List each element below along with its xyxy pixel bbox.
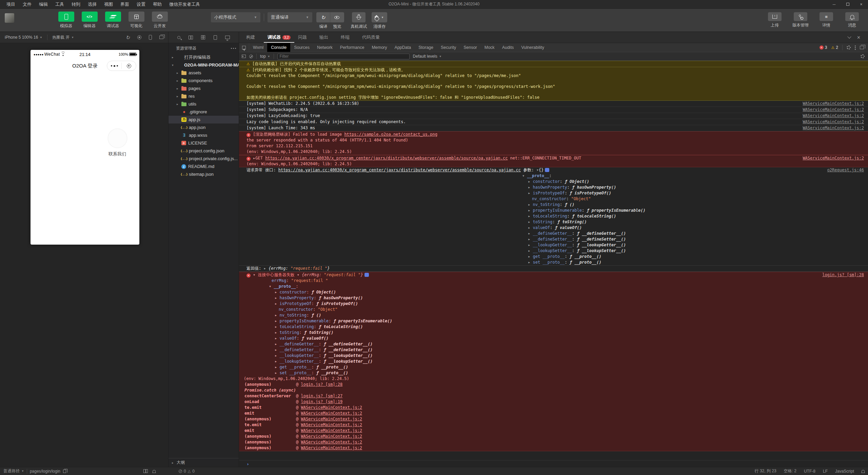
console-link[interactable]: https://sample.o2oa.net/contact_us.png <box>344 132 437 137</box>
devtools-tab[interactable]: Performance <box>336 43 368 52</box>
console-link[interactable]: WAServiceMainContext.js:2 <box>301 405 362 410</box>
expand-caret-icon[interactable]: ▸ <box>275 330 279 335</box>
tree-row[interactable]: ▸ pages <box>169 84 239 92</box>
outline-section[interactable]: ▸ 大纲 <box>169 458 239 467</box>
source-location-link[interactable]: WAServiceMainContext.js:2 <box>803 126 864 131</box>
split-editor-icon[interactable] <box>189 36 193 39</box>
console-settings-icon[interactable] <box>861 54 865 58</box>
devtools-tab[interactable]: Security <box>437 43 460 52</box>
menu-item[interactable]: 转到 <box>68 1 83 8</box>
expand-caret-icon[interactable]: ▸ <box>275 319 279 323</box>
menu-item[interactable]: 帮助 <box>150 1 165 8</box>
expand-caret-icon[interactable]: ▸ <box>528 214 533 218</box>
toolbar-action-button[interactable]: ↑ 上传 <box>764 12 785 28</box>
expand-caret-icon[interactable]: ▸ <box>275 324 279 329</box>
panel-tab[interactable]: 问题 <box>294 32 316 43</box>
source-location-link[interactable]: WAServiceMainContext.js:2 <box>803 119 864 125</box>
compile-button[interactable]: ↻ <box>316 12 330 22</box>
toolbar-action-button[interactable]: 版本管理 <box>790 12 811 28</box>
gear-icon[interactable] <box>847 45 851 50</box>
expand-caret-icon[interactable]: ▸ <box>528 208 533 213</box>
warning-count[interactable]: ⚠2 <box>831 45 838 50</box>
expand-caret-icon[interactable]: ▸ <box>528 231 533 236</box>
tree-row[interactable]: i README.md <box>169 163 239 170</box>
expand-caret-icon[interactable]: ▸ <box>528 243 533 247</box>
expand-caret-icon[interactable]: ▸ <box>528 185 533 190</box>
expand-caret-icon[interactable]: ▸ <box>528 191 533 195</box>
console-link[interactable]: login.js? [sm]:27 <box>301 394 342 398</box>
expand-caret-icon[interactable]: ▸ <box>275 365 279 369</box>
devtools-tab[interactable]: Wxml <box>249 43 267 52</box>
menu-item[interactable]: 选择 <box>85 1 100 8</box>
copy-path-icon[interactable] <box>63 470 66 473</box>
expand-caret-icon[interactable]: ▾ <box>522 173 527 178</box>
detach-window-icon[interactable] <box>159 36 163 39</box>
expand-caret-icon[interactable]: ▸ <box>275 290 279 294</box>
language-mode[interactable]: JavaScript <box>835 469 854 474</box>
source-location-link[interactable]: login.js? [sm]:28 <box>822 272 864 278</box>
devtools-tab[interactable]: Memory <box>368 43 391 52</box>
search-icon[interactable] <box>177 36 180 39</box>
screen-icon[interactable] <box>225 36 230 39</box>
menu-item[interactable]: 界面 <box>117 1 132 8</box>
expand-caret-icon[interactable]: ▸ <box>528 248 533 253</box>
encoding-setting[interactable]: UTF-8 <box>804 469 815 474</box>
stop-record-icon[interactable] <box>137 35 141 39</box>
expand-caret-icon[interactable]: ▾ <box>269 284 274 289</box>
close-button[interactable]: × <box>854 0 868 8</box>
console-link[interactable]: WAServiceMainContext.js:2 <box>301 445 362 450</box>
clear-console-icon[interactable] <box>249 55 253 58</box>
tree-row[interactable]: {..} project.config.json <box>169 147 239 155</box>
tree-row[interactable]: ▸ 打开的编辑器 <box>169 53 239 61</box>
indentation-setting[interactable]: 空格: 2 <box>784 468 796 474</box>
tree-row[interactable]: ▸ components <box>169 77 239 84</box>
expand-caret-icon[interactable]: ▸ <box>528 220 533 224</box>
menu-item[interactable]: 工具 <box>52 1 67 8</box>
toolbar-view-button[interactable]: 模拟器 <box>56 12 76 29</box>
tree-row[interactable]: JS app.js <box>169 116 239 124</box>
filter-input[interactable] <box>277 54 410 59</box>
expand-caret-icon[interactable]: ▸ <box>528 225 533 230</box>
toolbar-view-button[interactable]: 可视化 <box>126 12 146 29</box>
user-avatar[interactable] <box>5 13 14 23</box>
tree-row[interactable]: {..} sitemap.json <box>169 170 239 178</box>
source-location-link[interactable]: o2Request.js:46 <box>827 168 864 173</box>
menu-item[interactable]: 视图 <box>101 1 116 8</box>
file-icon[interactable] <box>214 35 217 40</box>
detach-devtools-icon[interactable] <box>860 46 864 49</box>
console-link[interactable]: WAServiceMainContext.js:2 <box>301 440 362 444</box>
expand-caret-icon[interactable]: ▸ <box>275 370 279 375</box>
hot-reload-toggle[interactable]: 热重载 开 ▼ <box>52 35 74 40</box>
tree-row[interactable]: ◆ .gitignore <box>169 108 239 116</box>
contact-us-button[interactable]: 联系我们 <box>108 151 126 157</box>
expand-caret-icon[interactable]: ▸ <box>275 301 279 306</box>
console-link[interactable]: WAServiceMainContext.js:2 <box>301 428 362 433</box>
expand-caret-icon[interactable]: ▸ <box>528 202 533 207</box>
source-location-link[interactable]: WAServiceMainContext.js:2 <box>803 156 864 161</box>
expand-caret-icon[interactable]: ▸ <box>275 342 279 346</box>
devtools-tab[interactable]: Storage <box>415 43 437 52</box>
clear-cache-button[interactable]: ▼ 清缓存 <box>370 12 389 30</box>
console-link[interactable]: https://oa.yajian.cc:40030/x_program_cen… <box>278 168 521 172</box>
toolbar-view-button[interactable]: 调试器 <box>103 12 123 29</box>
expand-caret-icon[interactable]: ▸ <box>275 353 279 358</box>
tree-row[interactable]: {..} project.private.config.js... <box>169 155 239 163</box>
tree-row[interactable]: {..} app.json <box>169 124 239 131</box>
panel-tab[interactable]: 输出 <box>316 32 337 43</box>
compile-mode-select[interactable]: 普通编译 ▼ <box>268 12 312 22</box>
menu-item[interactable]: 文件 <box>20 1 35 8</box>
expand-caret-icon[interactable]: ▾ <box>253 272 258 277</box>
console-link[interactable]: WAServiceMainContext.js:2 <box>301 417 362 421</box>
panel-tab[interactable]: 终端 <box>337 32 358 43</box>
problems-indicator[interactable]: 0 △ 0 <box>179 469 195 474</box>
collapse-panel-icon[interactable] <box>847 35 851 38</box>
devtools-tab[interactable]: AppData <box>391 43 415 52</box>
log-levels-select[interactable]: Default levels ▼ <box>413 54 442 59</box>
rotate-icon[interactable]: ↻ <box>125 35 130 40</box>
console-link[interactable]: login.js? [sm]:19 <box>301 399 342 404</box>
panel-tab[interactable]: 构建 <box>242 32 264 43</box>
capsule-menu[interactable] <box>107 61 136 71</box>
console-link[interactable]: WAServiceMainContext.js:2 <box>301 422 362 427</box>
toolbar-view-button[interactable]: </> 编辑器 <box>80 12 99 29</box>
console-link[interactable]: https://oa.yajian.cc:40030/x_program_cen… <box>265 156 508 160</box>
